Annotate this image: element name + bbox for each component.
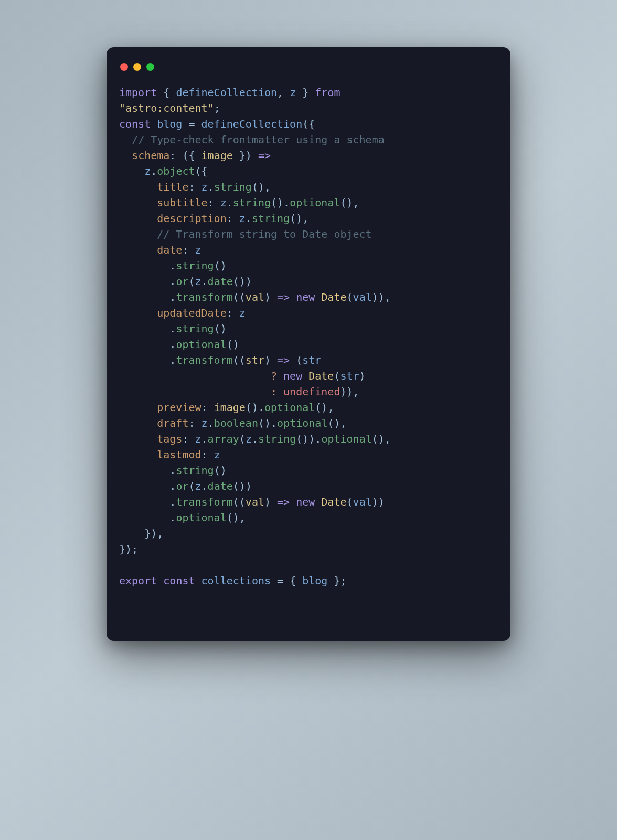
code-window: import { defineCollection, z } from "ast… bbox=[107, 47, 510, 641]
minimize-icon[interactable] bbox=[133, 63, 141, 71]
close-icon[interactable] bbox=[120, 63, 128, 71]
zoom-icon[interactable] bbox=[146, 63, 154, 71]
code-block[interactable]: import { defineCollection, z } from "ast… bbox=[119, 85, 498, 589]
window-titlebar bbox=[119, 60, 498, 85]
keyword-import: import bbox=[119, 86, 157, 99]
